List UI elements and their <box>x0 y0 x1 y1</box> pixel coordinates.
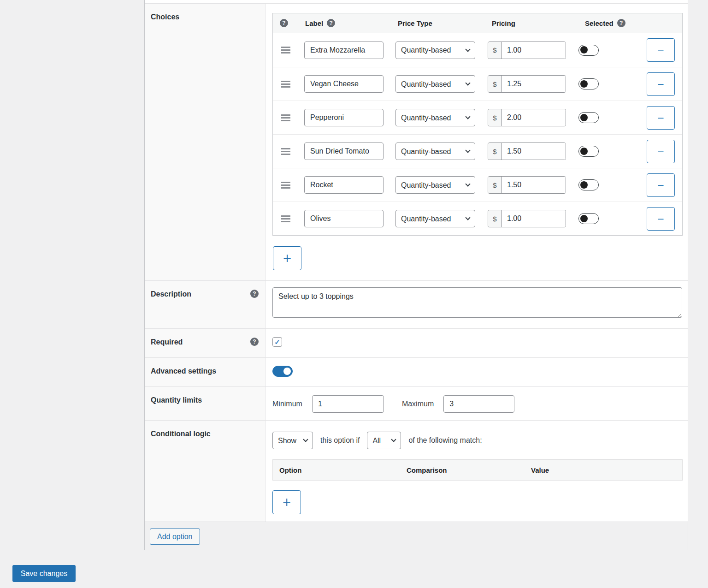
advanced-settings-label: Advanced settings <box>151 367 216 376</box>
currency-symbol: $ <box>488 109 502 126</box>
drag-handle-icon[interactable] <box>281 114 290 121</box>
add-choice-button[interactable]: + <box>273 246 301 270</box>
label-help-icon[interactable]: ? <box>327 19 335 27</box>
add-option-button[interactable]: Add option <box>150 529 200 545</box>
drag-handle-icon[interactable] <box>281 182 290 189</box>
currency-symbol: $ <box>488 76 502 92</box>
save-changes-button[interactable]: Save changes <box>12 565 76 582</box>
selected-column-header: Selected <box>585 19 614 27</box>
required-help-icon[interactable]: ? <box>250 338 259 346</box>
quantity-limits-label: Quantity limits <box>151 396 202 405</box>
minimum-label: Minimum <box>272 400 302 408</box>
label-column-header: Label <box>305 19 323 27</box>
choice-row: Quantity-based $ − <box>273 101 682 134</box>
price-type-select[interactable]: Quantity-based <box>395 176 475 194</box>
condition-action-select[interactable]: Show <box>272 432 313 449</box>
condition-match-select[interactable]: All <box>367 432 401 449</box>
conditional-rules-table: Option Comparison Value <box>272 459 683 481</box>
conditional-logic-label-cell: Conditional logic <box>145 421 266 522</box>
remove-choice-button[interactable]: − <box>647 140 675 163</box>
add-rule-button[interactable]: + <box>272 490 301 514</box>
currency-symbol: $ <box>488 143 502 160</box>
maximum-input[interactable] <box>443 395 514 413</box>
price-input[interactable] <box>502 42 566 59</box>
option-column-header: Option <box>273 466 400 474</box>
price-input[interactable] <box>502 210 566 227</box>
selected-toggle[interactable] <box>578 179 599 190</box>
minimum-input[interactable] <box>312 395 384 413</box>
description-label: Description <box>151 290 191 299</box>
price-type-select[interactable]: Quantity-based <box>395 210 475 227</box>
choices-table: ? Label? Price Type Pricing Selected? Qu… <box>272 13 683 236</box>
remove-choice-button[interactable]: − <box>647 173 675 197</box>
conditional-rules-header: Option Comparison Value <box>273 460 682 480</box>
choice-row: Quantity-based $ − <box>273 134 682 168</box>
choice-row: Quantity-based $ − <box>273 202 682 235</box>
selected-toggle[interactable] <box>578 213 599 224</box>
price-input[interactable] <box>502 76 566 92</box>
panel-footer: Add option <box>145 522 688 550</box>
choice-label-input[interactable] <box>304 42 384 59</box>
choice-row: Quantity-based $ − <box>273 168 682 202</box>
price-type-select[interactable]: Quantity-based <box>395 75 475 93</box>
selected-help-icon[interactable]: ? <box>617 19 625 27</box>
currency-symbol: $ <box>488 177 502 193</box>
drag-handle-icon[interactable] <box>281 148 290 155</box>
price-type-select[interactable]: Quantity-based <box>395 42 475 59</box>
drag-handle-icon[interactable] <box>281 47 290 53</box>
remove-choice-button[interactable]: − <box>647 72 675 96</box>
advanced-settings-section: Advanced settings <box>145 357 688 386</box>
choice-label-input[interactable] <box>304 210 384 227</box>
choice-label-input[interactable] <box>304 176 384 194</box>
choices-label-cell: Choices <box>145 4 266 280</box>
price-type-select[interactable]: Quantity-based <box>395 109 475 126</box>
drag-handle-icon[interactable] <box>281 81 290 88</box>
toggle-knob <box>580 215 588 222</box>
advanced-settings-label-cell: Advanced settings <box>145 358 266 386</box>
remove-choice-button[interactable]: − <box>647 207 675 231</box>
advanced-settings-toggle[interactable] <box>272 366 293 377</box>
value-column-header: Value <box>525 466 682 474</box>
selected-toggle[interactable] <box>578 45 599 56</box>
toggle-knob <box>580 148 588 155</box>
drag-handle-icon[interactable] <box>281 215 290 222</box>
toggle-knob <box>580 80 588 88</box>
currency-symbol: $ <box>488 210 502 227</box>
conditional-logic-section: Conditional logic Show this option if Al… <box>145 420 688 522</box>
selected-toggle[interactable] <box>578 146 599 157</box>
selected-toggle[interactable] <box>578 112 599 123</box>
drag-help-icon[interactable]: ? <box>280 19 288 27</box>
remove-choice-button[interactable]: − <box>647 106 675 130</box>
option-settings-panel: Choices ? Label? Price Type Pricing Sele… <box>144 0 688 550</box>
required-section: Required ? ✓ <box>145 328 688 357</box>
remove-choice-button[interactable]: − <box>647 38 675 62</box>
price-type-select[interactable]: Quantity-based <box>395 143 475 160</box>
toggle-knob <box>580 46 588 53</box>
toggle-knob <box>580 181 588 189</box>
description-help-icon[interactable]: ? <box>250 290 259 298</box>
choices-label: Choices <box>151 12 179 22</box>
comparison-column-header: Comparison <box>400 466 525 474</box>
price-type-column-header: Price Type <box>398 19 432 27</box>
description-section: Description ? Select up to 3 toppings <box>145 280 688 328</box>
checkmark-icon: ✓ <box>274 338 280 346</box>
choice-label-input[interactable] <box>304 143 384 160</box>
price-input[interactable] <box>502 177 566 193</box>
price-input[interactable] <box>502 109 566 126</box>
toggle-knob <box>283 368 291 375</box>
choice-label-input[interactable] <box>304 109 384 126</box>
description-textarea[interactable]: Select up to 3 toppings <box>272 287 682 318</box>
condition-middle-text: this option if <box>320 436 360 445</box>
price-input[interactable] <box>502 143 566 160</box>
quantity-limits-section: Quantity limits Minimum Maximum <box>145 386 688 420</box>
condition-end-text: of the following match: <box>408 436 482 445</box>
pricing-column-header: Pricing <box>492 19 515 27</box>
currency-symbol: $ <box>488 42 502 59</box>
selected-toggle[interactable] <box>578 78 599 89</box>
choice-label-input[interactable] <box>304 75 384 93</box>
required-label-cell: Required ? <box>145 329 266 357</box>
choice-row: Quantity-based $ − <box>273 33 682 67</box>
description-label-cell: Description ? <box>145 281 266 328</box>
required-checkbox[interactable]: ✓ <box>272 337 282 347</box>
maximum-label: Maximum <box>402 400 434 408</box>
